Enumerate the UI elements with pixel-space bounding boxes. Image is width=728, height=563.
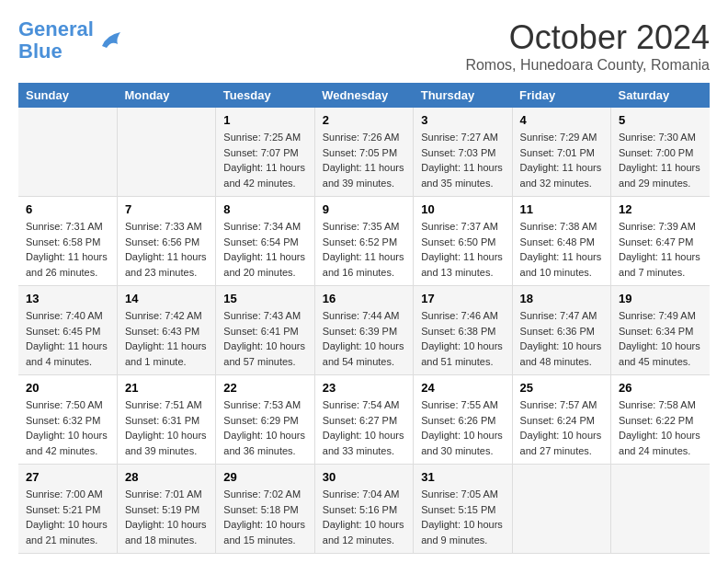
day-info: Sunrise: 7:39 AMSunset: 6:47 PMDaylight:… [619,219,702,280]
sunrise-time: Sunrise: 7:37 AM [421,221,498,232]
page-header: GeneralBlue October 2024 Romos, Hunedoar… [18,18,710,74]
calendar-cell: 1Sunrise: 7:25 AMSunset: 7:07 PMDaylight… [216,108,314,197]
sunset-time: Sunset: 6:41 PM [223,326,298,337]
day-info: Sunrise: 7:51 AMSunset: 6:31 PMDaylight:… [125,397,208,458]
daylight-hours: Daylight: 11 hours and 35 minutes. [421,162,503,189]
day-number: 16 [323,292,405,305]
day-info: Sunrise: 7:53 AMSunset: 6:29 PMDaylight:… [223,397,306,458]
day-number: 5 [619,113,702,127]
calendar-cell: 17Sunrise: 7:46 AMSunset: 6:38 PMDayligh… [414,286,512,375]
day-number: 30 [323,470,405,484]
daylight-hours: Daylight: 10 hours and 30 minutes. [421,430,503,456]
sunrise-time: Sunrise: 7:57 AM [520,399,597,410]
day-number: 2 [323,113,405,127]
sunrise-time: Sunrise: 7:01 AM [125,488,202,500]
day-number: 3 [421,113,504,127]
day-info: Sunrise: 7:58 AMSunset: 6:22 PMDaylight:… [619,397,702,458]
sunrise-time: Sunrise: 7:40 AM [26,310,103,321]
sunset-time: Sunset: 7:00 PM [619,147,693,158]
sunrise-time: Sunrise: 7:30 AM [619,132,696,143]
sunrise-time: Sunrise: 7:05 AM [421,488,498,500]
weekday-header-sunday: Sunday [18,83,117,108]
weekday-header-friday: Friday [512,83,610,108]
day-number: 25 [520,381,603,395]
sunset-time: Sunset: 6:32 PM [26,415,100,426]
sunrise-time: Sunrise: 7:53 AM [223,399,301,410]
sunset-time: Sunset: 6:52 PM [323,236,397,247]
sunrise-time: Sunrise: 7:58 AM [619,399,696,410]
day-number: 27 [26,470,109,484]
sunrise-time: Sunrise: 7:49 AM [619,310,696,321]
day-number: 20 [26,381,109,395]
daylight-hours: Daylight: 11 hours and 10 minutes. [520,251,602,278]
sunrise-time: Sunrise: 7:43 AM [223,310,301,321]
calendar-cell: 4Sunrise: 7:29 AMSunset: 7:01 PMDaylight… [512,108,610,197]
sunset-time: Sunset: 7:05 PM [323,147,397,158]
calendar-week-row: 13Sunrise: 7:40 AMSunset: 6:45 PMDayligh… [18,286,710,375]
daylight-hours: Daylight: 10 hours and 39 minutes. [125,430,207,456]
calendar-cell [117,108,215,197]
sunrise-time: Sunrise: 7:35 AM [323,221,400,232]
day-number: 13 [26,292,109,305]
sunrise-time: Sunrise: 7:33 AM [125,221,202,232]
day-info: Sunrise: 7:50 AMSunset: 6:32 PMDaylight:… [26,397,109,458]
day-number: 18 [520,292,603,305]
daylight-hours: Daylight: 11 hours and 42 minutes. [223,162,305,189]
daylight-hours: Daylight: 11 hours and 23 minutes. [125,251,207,278]
day-number: 10 [421,202,504,216]
sunset-time: Sunset: 5:21 PM [26,504,100,515]
calendar-cell: 5Sunrise: 7:30 AMSunset: 7:00 PMDaylight… [611,108,710,197]
calendar-cell: 24Sunrise: 7:55 AMSunset: 6:26 PMDayligh… [414,375,512,465]
day-info: Sunrise: 7:34 AMSunset: 6:54 PMDaylight:… [223,219,306,280]
calendar-cell: 7Sunrise: 7:33 AMSunset: 6:56 PMDaylight… [117,197,215,286]
calendar-cell: 12Sunrise: 7:39 AMSunset: 6:47 PMDayligh… [611,197,710,286]
sunset-time: Sunset: 6:48 PM [520,236,595,247]
sunset-time: Sunset: 5:19 PM [125,504,199,515]
daylight-hours: Daylight: 10 hours and 24 minutes. [619,430,700,456]
sunset-time: Sunset: 5:16 PM [323,504,397,515]
daylight-hours: Daylight: 10 hours and 27 minutes. [520,430,602,456]
daylight-hours: Daylight: 11 hours and 4 minutes. [26,340,108,367]
sunrise-time: Sunrise: 7:50 AM [26,399,103,410]
sunset-time: Sunset: 6:58 PM [26,236,100,247]
day-info: Sunrise: 7:26 AMSunset: 7:05 PMDaylight:… [323,130,405,190]
sunrise-time: Sunrise: 7:34 AM [223,221,301,232]
day-number: 1 [223,113,306,127]
calendar-cell: 20Sunrise: 7:50 AMSunset: 6:32 PMDayligh… [18,375,117,465]
day-number: 24 [421,381,504,395]
day-info: Sunrise: 7:25 AMSunset: 7:07 PMDaylight:… [223,130,306,190]
day-info: Sunrise: 7:54 AMSunset: 6:27 PMDaylight:… [323,397,405,458]
weekday-header-thursday: Thursday [414,83,512,108]
sunset-time: Sunset: 6:27 PM [323,415,397,426]
sunrise-time: Sunrise: 7:31 AM [26,221,103,232]
sunrise-time: Sunrise: 7:26 AM [323,132,400,143]
day-number: 12 [619,202,702,216]
sunset-time: Sunset: 6:54 PM [223,236,298,247]
daylight-hours: Daylight: 10 hours and 36 minutes. [223,430,305,456]
sunset-time: Sunset: 6:45 PM [26,326,100,337]
calendar-cell: 3Sunrise: 7:27 AMSunset: 7:03 PMDaylight… [414,108,512,197]
calendar-cell: 19Sunrise: 7:49 AMSunset: 6:34 PMDayligh… [611,286,710,375]
day-info: Sunrise: 7:27 AMSunset: 7:03 PMDaylight:… [421,130,504,190]
sunset-time: Sunset: 7:03 PM [421,147,495,158]
calendar-week-row: 27Sunrise: 7:00 AMSunset: 5:21 PMDayligh… [18,465,710,554]
location: Romos, Hunedoara County, Romania [465,57,710,74]
day-number: 15 [223,292,306,305]
sunset-time: Sunset: 6:39 PM [323,326,397,337]
month-title: October 2024 [465,18,710,57]
sunset-time: Sunset: 6:56 PM [125,236,199,247]
sunset-time: Sunset: 6:47 PM [619,236,693,247]
sunrise-time: Sunrise: 7:00 AM [26,488,103,500]
day-number: 9 [323,202,405,216]
day-info: Sunrise: 7:42 AMSunset: 6:43 PMDaylight:… [125,308,208,369]
sunset-time: Sunset: 6:50 PM [421,236,495,247]
daylight-hours: Daylight: 11 hours and 26 minutes. [26,251,108,278]
daylight-hours: Daylight: 11 hours and 20 minutes. [223,251,305,278]
daylight-hours: Daylight: 11 hours and 1 minute. [125,340,207,367]
day-number: 23 [323,381,405,395]
day-number: 29 [223,470,306,484]
sunrise-time: Sunrise: 7:27 AM [421,132,498,143]
calendar-cell: 14Sunrise: 7:42 AMSunset: 6:43 PMDayligh… [117,286,215,375]
daylight-hours: Daylight: 10 hours and 33 minutes. [323,430,404,456]
calendar-week-row: 6Sunrise: 7:31 AMSunset: 6:58 PMDaylight… [18,197,710,286]
